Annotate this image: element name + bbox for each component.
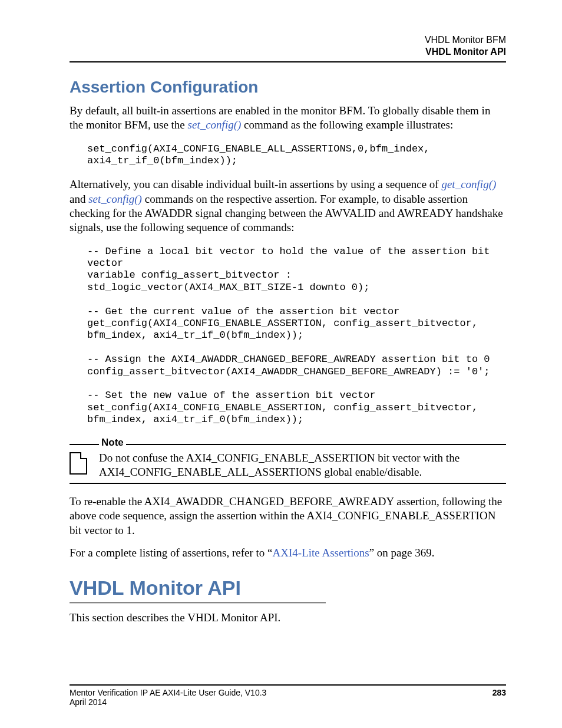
- footer-title: Mentor Verification IP AE AXI4-Lite User…: [70, 688, 266, 697]
- link-axi4-lite-assertions[interactable]: AXI4-Lite Assertions: [273, 546, 369, 559]
- heading-underline: [70, 602, 326, 604]
- code-block-1: set_config(AXI4_CONFIG_ENABLE_ALL_ASSERT…: [87, 143, 506, 167]
- note-text: Do not confuse the AXI4_CONFIG_ENABLE_AS…: [99, 451, 506, 480]
- header-line-2: VHDL Monitor API: [70, 46, 506, 58]
- footer-date: April 2014: [70, 697, 506, 707]
- para-reference: For a complete listing of assertions, re…: [70, 546, 506, 560]
- link-get-config[interactable]: get_config(): [441, 178, 496, 190]
- section-heading-assertion-configuration: Assertion Configuration: [70, 78, 506, 97]
- text: ” on page 369.: [369, 546, 435, 559]
- para-alternatively: Alternatively, you can disable individua…: [70, 177, 506, 235]
- para-api-intro: This section describes the VHDL Monitor …: [70, 611, 506, 625]
- running-header: VHDL Monitor BFM VHDL Monitor API: [70, 34, 506, 58]
- link-set-config[interactable]: set_config(): [188, 118, 242, 131]
- link-set-config-2[interactable]: set_config(): [88, 193, 142, 205]
- text: Alternatively, you can disable individua…: [70, 178, 441, 190]
- note-label: Note: [99, 437, 126, 450]
- footer-rule: [70, 684, 506, 686]
- page-footer: Mentor Verification IP AE AXI4-Lite User…: [70, 684, 506, 707]
- note-rule-trail: [126, 444, 506, 445]
- note-rule-bottom: [70, 483, 506, 484]
- note-rule-lead: [70, 444, 99, 445]
- text: command as the following example illustr…: [241, 118, 453, 131]
- document-icon: [70, 452, 87, 475]
- para-intro: By default, all built-in assertions are …: [70, 104, 506, 133]
- section-heading-vhdl-monitor-api: VHDL Monitor API: [70, 577, 506, 599]
- header-line-1: VHDL Monitor BFM: [70, 34, 506, 46]
- note-block: Note Do not confuse the AXI4_CONFIG_ENAB…: [70, 437, 506, 485]
- note-header: Note: [70, 437, 506, 450]
- page-number: 283: [492, 688, 506, 697]
- text: For a complete listing of assertions, re…: [70, 546, 273, 559]
- code-block-2: -- Define a local bit vector to hold the…: [87, 246, 506, 426]
- note-body: Do not confuse the AXI4_CONFIG_ENABLE_AS…: [70, 451, 506, 480]
- page: VHDL Monitor BFM VHDL Monitor API Assert…: [0, 0, 562, 728]
- para-reenable: To re-enable the AXI4_AWADDR_CHANGED_BEF…: [70, 495, 506, 538]
- header-rule: [70, 61, 506, 62]
- text: and: [70, 193, 88, 205]
